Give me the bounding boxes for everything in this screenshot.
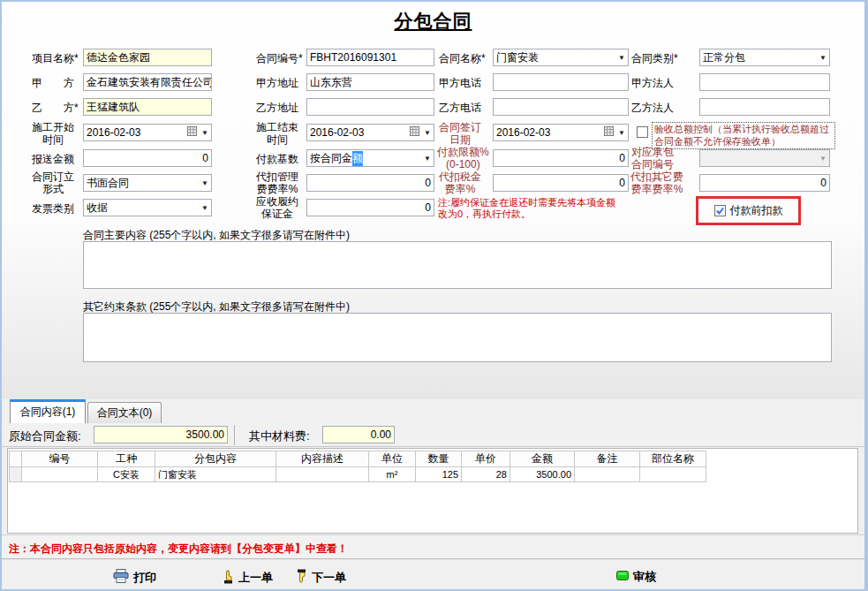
tab-strip: 合同内容(1) 合同文本(0) [2,399,864,423]
deposit-input[interactable] [306,199,434,216]
print-button[interactable]: 打印 [113,569,156,586]
deposit-label: 应收履约 保证金 [256,195,298,220]
cell-amount[interactable]: 3500.00 [510,467,575,482]
party-a-label: 甲 方 [32,77,74,89]
prev-label: 上一单 [238,570,273,586]
start-date-picker[interactable]: 2016-02-03 ▼ [83,124,212,141]
party-a-address-input[interactable] [306,73,434,91]
hand-up-icon [223,569,234,587]
end-date-label: 施工结束 时间 [256,121,298,146]
chevron-down-icon: ▼ [199,129,211,137]
col-header[interactable]: 金额 [510,451,575,467]
pre-payment-deduction-checkbox[interactable] [714,205,726,216]
party-b-address-input[interactable] [306,98,434,116]
tab-contract-content[interactable]: 合同内容(1) [10,399,86,423]
contract-type-label: 合同类别* [631,52,678,64]
acceptance-total-checkbox[interactable] [637,126,648,138]
party-b-legal-label: 乙方法人 [631,102,674,114]
col-header[interactable]: 编号 [22,451,98,467]
party-b-phone-input[interactable] [493,98,629,116]
table-row[interactable]: C安装 门窗安装 m² 125 28 3500.00 [10,467,706,482]
acceptance-total-label: 验收总额控制（当累计执行验收总额超过合同金额不允许保存验收单） [652,122,835,149]
related-contract-label: 对应承包 合同编号 [631,146,674,170]
cell-number[interactable] [22,467,98,482]
next-button[interactable]: 下一单 [296,569,346,587]
contract-no-input[interactable] [306,49,434,66]
row-selector-cell[interactable] [10,467,22,482]
col-header[interactable]: 分包内容 [155,451,276,467]
material-fee-input[interactable] [322,426,395,443]
chevron-down-icon: ▼ [817,155,829,163]
pre-payment-deduction-label: 付款前扣款 [730,203,783,218]
mgmt-fee-rate-label: 代扣管理 费费率% [256,170,298,195]
payment-limit-input[interactable] [493,149,629,167]
contract-name-select[interactable]: 门窗安装 ▼ [493,49,629,66]
contract-type-select[interactable]: 正常分包 ▼ [699,49,830,66]
cell-content[interactable]: 门窗安装 [155,467,276,482]
cell-price[interactable]: 28 [462,467,510,482]
other-fee-rate-label: 代扣其它费 费率费率% [630,170,683,195]
cell-unit[interactable]: m² [369,467,416,482]
contract-items-table: 编号 工种 分包内容 内容描述 单位 数量 单价 金额 备注 部位名称 C安装 … [9,451,706,482]
col-header[interactable]: 单价 [462,451,510,467]
other-fee-rate-input[interactable] [699,174,830,192]
col-header[interactable]: 单位 [369,451,416,467]
page-title: 分包合同 [2,9,864,34]
cell-description[interactable] [276,467,369,482]
tax-rate-label: 代扣税金 费率% [439,170,481,195]
prev-button[interactable]: 上一单 [223,569,273,587]
party-a-legal-input[interactable] [699,73,830,91]
original-amount-input[interactable] [94,426,228,443]
project-name-input[interactable] [83,49,212,66]
party-a-address-label: 甲方地址 [256,77,298,89]
subcontract-window: 分包合同 项目名称* 合同编号* 合同名称* 门窗安装 ▼ 合同类别* 正常分包… [0,0,868,591]
chevron-down-icon: ▼ [199,179,211,187]
chevron-down-icon: ▼ [421,155,434,163]
party-b-phone-label: 乙方电话 [439,102,481,114]
party-b-input[interactable] [83,98,212,116]
material-fee-label: 其中材料费: [249,428,310,444]
col-header[interactable]: 部位名称 [640,451,706,467]
cell-worktype[interactable]: C安装 [98,467,155,482]
calendar-icon [185,126,199,139]
hand-down-icon [296,569,307,587]
form-type-select[interactable]: 书面合同 ▼ [83,174,212,192]
bottom-toolbar: 打印 上一单 下一单 审核 [2,559,864,591]
row-selector-header [10,451,22,467]
other-terms-textarea[interactable] [83,313,832,362]
project-name-label: 项目名称* [32,52,79,64]
party-a-phone-label: 甲方电话 [439,77,481,89]
tab-contract-text[interactable]: 合同文本(0) [87,402,162,423]
col-header[interactable]: 备注 [575,451,640,467]
audit-button[interactable]: 审核 [616,569,656,585]
chevron-down-icon: ▼ [199,204,211,212]
party-a-phone-input[interactable] [493,73,629,91]
report-amount-label: 报送金额 [32,153,74,165]
end-date-picker[interactable]: 2016-02-03 ▼ [306,124,434,141]
party-a-select[interactable]: 金石建筑安装有限责任公司 ▼ [83,73,212,91]
selected-text: 额 [352,151,363,166]
payment-base-select[interactable]: 按合同金额 ▼ [306,149,434,167]
cell-remark[interactable] [575,467,640,482]
report-amount-input[interactable] [83,149,212,167]
col-header[interactable]: 工种 [98,451,155,467]
col-header[interactable]: 数量 [416,451,462,467]
col-header[interactable]: 内容描述 [276,451,369,467]
party-a-legal-label: 甲方法人 [631,77,674,89]
print-label: 打印 [133,570,156,586]
party-b-legal-input[interactable] [699,98,830,116]
invoice-type-label: 发票类别 [32,202,74,215]
invoice-type-select[interactable]: 收据 ▼ [83,199,212,216]
mgmt-fee-rate-input[interactable] [306,174,434,192]
deposit-note: 注:履约保证金在退还时需要先将本项金额改为0，再执行付款。 [438,197,625,220]
tax-rate-input[interactable] [493,174,629,192]
sign-date-picker[interactable]: 2016-02-03 ▼ [493,124,629,141]
sign-date-label: 合同签订 日期 [439,121,481,146]
cell-part-name[interactable] [640,467,706,482]
amounts-strip: 原始合同金额: 其中材料费: [2,423,864,447]
audit-status-icon [616,571,629,584]
pre-payment-deduction-group: 付款前扣款 [696,196,801,225]
cell-quantity[interactable]: 125 [416,467,462,482]
main-content-textarea[interactable] [83,241,832,289]
divider [234,425,235,445]
